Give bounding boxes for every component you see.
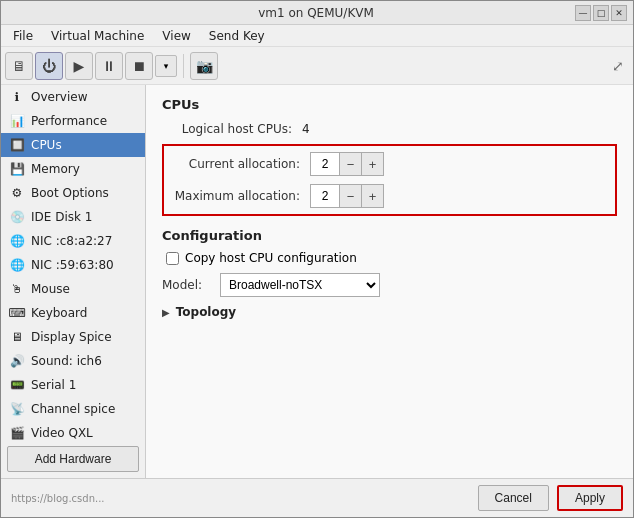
current-alloc-decrement-button[interactable]: − bbox=[339, 153, 361, 175]
monitor-icon: 🖥 bbox=[12, 58, 26, 74]
sidebar-item-label: NIC :59:63:80 bbox=[31, 258, 114, 272]
sidebar-item-boot-options[interactable]: ⚙ Boot Options bbox=[1, 181, 145, 205]
titlebar: vm1 on QEMU/KVM — □ ✕ bbox=[1, 1, 633, 25]
main-content: ℹ Overview 📊 Performance 🔲 CPUs 💾 Memory… bbox=[1, 85, 633, 478]
topology-arrow-icon: ▶ bbox=[162, 307, 170, 318]
power-toolbar-btn[interactable]: ⏻ bbox=[35, 52, 63, 80]
ide-disk-icon: 💿 bbox=[9, 209, 25, 225]
video-qxl-icon: 🎬 bbox=[9, 425, 25, 440]
model-label: Model: bbox=[162, 278, 212, 292]
play-toolbar-btn[interactable]: ▶ bbox=[65, 52, 93, 80]
sidebar-item-label: Sound: ich6 bbox=[31, 354, 102, 368]
topology-row[interactable]: ▶ Topology bbox=[162, 305, 617, 319]
sidebar-item-sound[interactable]: 🔊 Sound: ich6 bbox=[1, 349, 145, 373]
right-panel: CPUs Logical host CPUs: 4 Current alloca… bbox=[146, 85, 633, 478]
boot-options-icon: ⚙ bbox=[9, 185, 25, 201]
sidebar-item-label: IDE Disk 1 bbox=[31, 210, 92, 224]
model-row: Model: Broadwell-noTSX bbox=[162, 273, 617, 297]
sidebar-item-performance[interactable]: 📊 Performance bbox=[1, 109, 145, 133]
display-spice-icon: 🖥 bbox=[9, 329, 25, 345]
performance-icon: 📊 bbox=[9, 113, 25, 129]
toolbar: 🖥 ⏻ ▶ ⏸ ⏹ ▾ 📷 ⤢ bbox=[1, 47, 633, 85]
logical-host-value: 4 bbox=[302, 122, 310, 136]
titlebar-buttons: — □ ✕ bbox=[575, 5, 627, 21]
monitor-toolbar-btn[interactable]: 🖥 bbox=[5, 52, 33, 80]
max-alloc-increment-button[interactable]: + bbox=[361, 185, 383, 207]
logical-host-row: Logical host CPUs: 4 bbox=[162, 122, 617, 136]
sidebar-item-label: Performance bbox=[31, 114, 107, 128]
bottom-bar: https://blog.csdn... Cancel Apply bbox=[1, 478, 633, 517]
sidebar-item-label: Overview bbox=[31, 90, 88, 104]
main-window: vm1 on QEMU/KVM — □ ✕ File Virtual Machi… bbox=[0, 0, 634, 518]
sidebar-item-keyboard[interactable]: ⌨ Keyboard bbox=[1, 301, 145, 325]
max-alloc-label: Maximum allocation: bbox=[170, 189, 310, 203]
configuration-section: Configuration Copy host CPU configuratio… bbox=[162, 228, 617, 319]
menu-file[interactable]: File bbox=[5, 27, 41, 45]
copy-host-row: Copy host CPU configuration bbox=[162, 251, 617, 265]
max-alloc-decrement-button[interactable]: − bbox=[339, 185, 361, 207]
sidebar-list: ℹ Overview 📊 Performance 🔲 CPUs 💾 Memory… bbox=[1, 85, 145, 440]
menu-view[interactable]: View bbox=[154, 27, 198, 45]
screenshot-icon: 📷 bbox=[196, 58, 213, 74]
serial-icon: 📟 bbox=[9, 377, 25, 393]
play-icon: ▶ bbox=[74, 58, 85, 74]
sidebar-item-label: Boot Options bbox=[31, 186, 109, 200]
model-select[interactable]: Broadwell-noTSX bbox=[220, 273, 380, 297]
sidebar-item-label: Video QXL bbox=[31, 426, 93, 440]
cancel-button[interactable]: Cancel bbox=[478, 485, 549, 511]
toolbar-separator bbox=[183, 54, 184, 78]
toolbar-dropdown-btn[interactable]: ▾ bbox=[155, 55, 177, 77]
sidebar-item-cpus[interactable]: 🔲 CPUs bbox=[1, 133, 145, 157]
topology-label: Topology bbox=[176, 305, 236, 319]
sidebar-wrapper: ℹ Overview 📊 Performance 🔲 CPUs 💾 Memory… bbox=[1, 85, 146, 478]
sidebar-item-label: Serial 1 bbox=[31, 378, 76, 392]
menubar: File Virtual Machine View Send Key bbox=[1, 25, 633, 47]
sidebar-item-serial[interactable]: 📟 Serial 1 bbox=[1, 373, 145, 397]
channel-spice-icon: 📡 bbox=[9, 401, 25, 417]
menu-send-key[interactable]: Send Key bbox=[201, 27, 273, 45]
sidebar-item-label: NIC :c8:a2:27 bbox=[31, 234, 112, 248]
stop-icon: ⏹ bbox=[132, 58, 146, 74]
current-alloc-input[interactable] bbox=[311, 157, 339, 171]
resize-icon: ⤢ bbox=[607, 55, 629, 77]
max-alloc-input[interactable] bbox=[311, 189, 339, 203]
sidebar-item-ide-disk[interactable]: 💿 IDE Disk 1 bbox=[1, 205, 145, 229]
current-alloc-label: Current allocation: bbox=[170, 157, 310, 171]
sidebar-item-label: Display Spice bbox=[31, 330, 112, 344]
sidebar-item-label: Memory bbox=[31, 162, 80, 176]
configuration-title: Configuration bbox=[162, 228, 617, 243]
overview-icon: ℹ bbox=[9, 89, 25, 105]
pause-icon: ⏸ bbox=[102, 58, 116, 74]
current-alloc-row: Current allocation: − + bbox=[170, 152, 609, 176]
minimize-button[interactable]: — bbox=[575, 5, 591, 21]
sidebar-item-memory[interactable]: 💾 Memory bbox=[1, 157, 145, 181]
cpus-section-title: CPUs bbox=[162, 97, 617, 112]
apply-button[interactable]: Apply bbox=[557, 485, 623, 511]
maximize-button[interactable]: □ bbox=[593, 5, 609, 21]
sidebar-item-nic-c8[interactable]: 🌐 NIC :c8:a2:27 bbox=[1, 229, 145, 253]
add-hardware-button[interactable]: Add Hardware bbox=[7, 446, 139, 472]
chevron-down-icon: ▾ bbox=[164, 61, 169, 71]
cpus-icon: 🔲 bbox=[9, 137, 25, 153]
current-alloc-increment-button[interactable]: + bbox=[361, 153, 383, 175]
nic-59-icon: 🌐 bbox=[9, 257, 25, 273]
sidebar-item-nic-59[interactable]: 🌐 NIC :59:63:80 bbox=[1, 253, 145, 277]
sidebar-item-mouse[interactable]: 🖱 Mouse bbox=[1, 277, 145, 301]
nic-c8-icon: 🌐 bbox=[9, 233, 25, 249]
sidebar-item-overview[interactable]: ℹ Overview bbox=[1, 85, 145, 109]
copy-host-checkbox[interactable] bbox=[166, 252, 179, 265]
sidebar-item-label: Keyboard bbox=[31, 306, 87, 320]
url-hint: https://blog.csdn... bbox=[11, 493, 105, 504]
pause-toolbar-btn[interactable]: ⏸ bbox=[95, 52, 123, 80]
sidebar-item-channel-spice[interactable]: 📡 Channel spice bbox=[1, 397, 145, 421]
menu-virtual-machine[interactable]: Virtual Machine bbox=[43, 27, 152, 45]
sidebar-item-display-spice[interactable]: 🖥 Display Spice bbox=[1, 325, 145, 349]
screenshot-toolbar-btn[interactable]: 📷 bbox=[190, 52, 218, 80]
keyboard-icon: ⌨ bbox=[9, 305, 25, 321]
close-button[interactable]: ✕ bbox=[611, 5, 627, 21]
sidebar-item-video-qxl[interactable]: 🎬 Video QXL bbox=[1, 421, 145, 440]
logical-host-label: Logical host CPUs: bbox=[162, 122, 302, 136]
mouse-icon: 🖱 bbox=[9, 281, 25, 297]
copy-host-label: Copy host CPU configuration bbox=[185, 251, 357, 265]
stop-toolbar-btn[interactable]: ⏹ bbox=[125, 52, 153, 80]
